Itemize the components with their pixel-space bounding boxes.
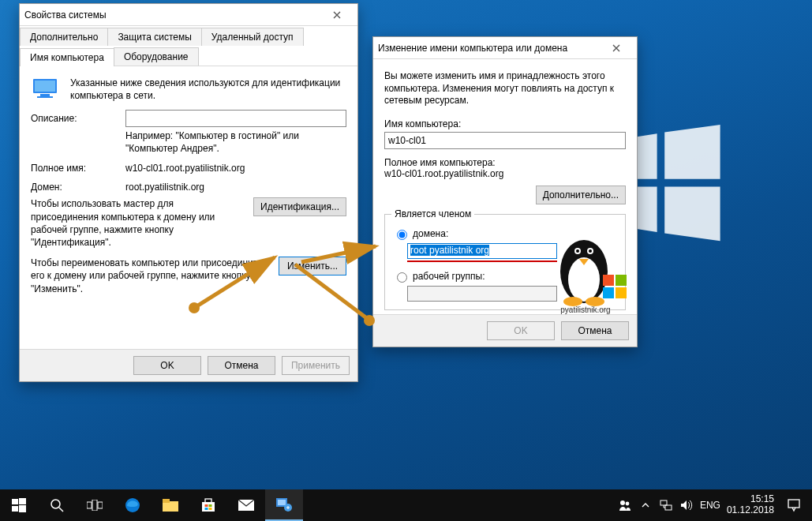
workgroup-radio[interactable] [397, 272, 407, 283]
svg-marker-1 [664, 125, 720, 179]
change-button[interactable]: Изменить... [279, 257, 346, 275]
change-fullname-label: Полное имя компьютера: [384, 157, 626, 168]
description-input[interactable] [125, 110, 346, 127]
tab-protection[interactable]: Защита системы [107, 28, 201, 46]
cancel-button[interactable]: Отмена [208, 356, 275, 375]
workgroup-radio-label: рабочей группы: [413, 271, 485, 282]
svg-rect-32 [98, 502, 103, 508]
apply-button[interactable]: Применить [282, 356, 350, 375]
svg-rect-7 [37, 96, 53, 98]
change-cancel-button[interactable]: Отмена [561, 321, 629, 340]
computer-name-input[interactable] [384, 132, 626, 149]
computer-icon [31, 77, 62, 100]
svg-rect-18 [616, 275, 627, 286]
system-properties-title: Свойства системы [24, 9, 321, 21]
tray-people-icon[interactable] [618, 498, 632, 512]
svg-rect-25 [19, 498, 26, 504]
svg-point-28 [51, 500, 60, 508]
rename-text: Чтобы переименовать компьютер или присое… [31, 257, 269, 295]
svg-rect-30 [87, 502, 92, 508]
tab-row-1: Дополнительно Защита системы Удаленный д… [20, 26, 357, 46]
task-view-icon[interactable] [76, 489, 114, 521]
svg-rect-40 [205, 508, 208, 510]
workgroup-input [407, 286, 557, 302]
computer-name-change-window: Изменение имени компьютера или домена Вы… [372, 36, 638, 347]
svg-rect-26 [12, 506, 18, 512]
computer-name-change-titlebar: Изменение имени компьютера или домена [373, 37, 637, 59]
computer-name-label: Имя компьютера: [384, 118, 626, 129]
computer-name-change-content: Вы можете изменить имя и принадлежность … [373, 59, 637, 315]
tray-network-icon[interactable] [659, 498, 673, 512]
search-icon[interactable] [38, 489, 76, 521]
svg-line-29 [59, 508, 63, 512]
file-explorer-icon[interactable] [152, 489, 189, 521]
more-button[interactable]: Дополнительно... [536, 186, 626, 204]
svg-rect-35 [163, 499, 170, 503]
membership-groupbox: Является членом домена: root pyatilistni… [384, 214, 626, 310]
description-hint: Например: "Компьютер в гостиной" или "Ко… [125, 127, 346, 155]
tray-date: 01.12.2018 [727, 505, 774, 516]
tray-clock[interactable]: 15:15 01.12.2018 [727, 494, 774, 516]
close-icon[interactable] [321, 7, 353, 23]
membership-legend: Является членом [391, 208, 474, 219]
tab-hardware[interactable]: Оборудование [114, 47, 199, 66]
system-tray: ENG 15:15 01.12.2018 [618, 489, 812, 521]
domain-label: Домен: [31, 178, 125, 193]
change-ok-button[interactable]: OK [487, 321, 555, 340]
svg-rect-49 [665, 505, 672, 510]
tab-computer-name[interactable]: Имя компьютера [20, 48, 114, 66]
svg-rect-24 [12, 499, 18, 504]
svg-point-47 [626, 502, 630, 506]
svg-rect-39 [209, 504, 212, 507]
start-button[interactable] [0, 489, 38, 521]
tray-volume-icon[interactable] [679, 498, 694, 512]
domain-value: root.pyatilistnik.org [125, 178, 346, 193]
tray-language[interactable]: ENG [700, 500, 720, 511]
domain-radio-label: домена: [413, 228, 448, 239]
svg-rect-36 [202, 502, 215, 512]
fullname-label: Полное имя: [31, 159, 125, 174]
svg-rect-31 [92, 500, 97, 511]
wizard-text: Чтобы использовать мастер для присоедине… [31, 197, 244, 249]
system-properties-task-icon[interactable] [265, 489, 303, 521]
system-properties-content: Указанные ниже сведения используются для… [20, 66, 357, 311]
svg-rect-48 [660, 500, 667, 505]
ok-button[interactable]: OK [133, 356, 201, 375]
svg-rect-27 [19, 505, 26, 512]
svg-rect-6 [40, 94, 50, 96]
system-properties-titlebar: Свойства системы [20, 4, 357, 26]
computer-name-change-title: Изменение имени компьютера или домена [378, 43, 601, 54]
svg-rect-44 [278, 500, 286, 505]
identify-button[interactable]: Идентификация... [253, 197, 346, 216]
mail-icon[interactable] [227, 489, 265, 521]
close-icon[interactable] [601, 40, 632, 56]
system-properties-window: Свойства системы Дополнительно Защита си… [19, 3, 358, 382]
tray-chevron-up-icon[interactable] [638, 498, 653, 512]
svg-rect-41 [209, 508, 212, 510]
tab-advanced[interactable]: Дополнительно [20, 28, 108, 46]
taskbar: ENG 15:15 01.12.2018 [0, 489, 812, 521]
svg-point-46 [620, 500, 625, 505]
svg-marker-3 [664, 186, 720, 241]
domain-radio[interactable] [397, 230, 407, 240]
description-label: Описание: [31, 110, 125, 124]
intro-text: Указанные ниже сведения используются для… [70, 74, 346, 102]
svg-rect-5 [35, 81, 55, 92]
annotation-underline [407, 260, 557, 262]
tray-time: 15:15 [727, 494, 774, 505]
tray-action-center-icon[interactable] [780, 489, 807, 521]
fullname-value: w10-cl01.root.pyatilistnik.org [125, 159, 346, 174]
change-intro: Вы можете изменить имя и принадлежность … [384, 67, 626, 107]
domain-input[interactable]: root pyatilistnik org [407, 243, 557, 259]
edge-icon[interactable] [114, 489, 152, 521]
svg-text:pyatilistnik.org: pyatilistnik.org [560, 305, 610, 314]
store-icon[interactable] [189, 489, 227, 521]
svg-rect-38 [205, 504, 208, 507]
svg-rect-52 [788, 500, 799, 508]
tab-remote[interactable]: Удаленный доступ [201, 28, 304, 46]
tab-row-2: Имя компьютера Оборудование [20, 46, 357, 66]
svg-rect-20 [616, 287, 627, 298]
change-fullname-value: w10-cl01.root.pyatilistnik.org [384, 168, 626, 179]
